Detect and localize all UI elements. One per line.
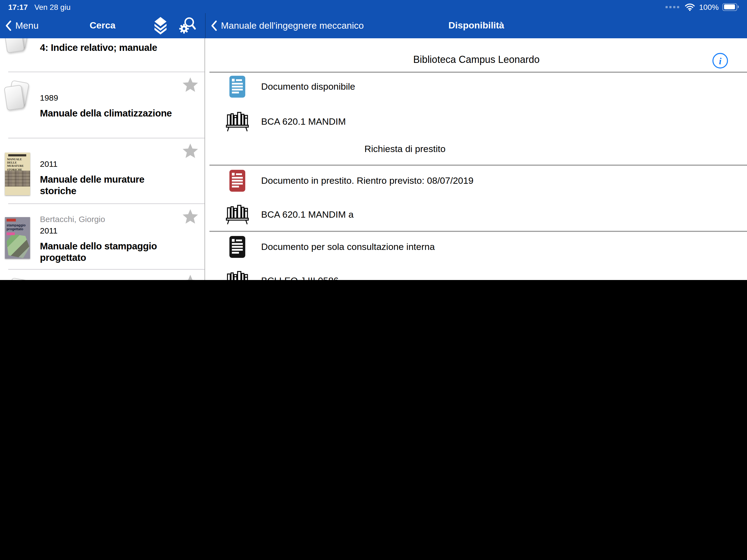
document-available-icon xyxy=(229,75,245,98)
item-year: 2011 xyxy=(40,226,176,235)
library-app-window: 17:17 Ven 28 giu 100% xyxy=(0,0,747,280)
detail-back-label: Manuale dell'ingegnere meccanico xyxy=(221,20,364,31)
status-bar: 17:17 Ven 28 giu 100% xyxy=(0,0,747,14)
shelfmark: BCI LEO J III 0586 xyxy=(261,275,339,280)
item-title: Manuale della climatizzazione xyxy=(40,108,176,119)
availability-status: Documento in prestito. Rientro previsto:… xyxy=(261,175,473,187)
battery-percent: 100% xyxy=(699,2,719,11)
availability-panel: Biblioteca Campus Leonardo i Documento d… xyxy=(206,38,747,280)
document-internal-icon xyxy=(229,236,245,258)
favorite-star-icon[interactable] xyxy=(182,77,199,93)
book-cover-thumbnail xyxy=(5,279,30,280)
book-cover-thumbnail xyxy=(5,38,30,55)
cover-artwork xyxy=(6,234,29,258)
cover-title-text: MANUALE DELLE MURATURE STORICHE xyxy=(5,153,30,171)
availability-status: Documento disponibile xyxy=(261,80,355,94)
shelfmark: BCA 620.1 MANDIM a xyxy=(261,208,354,222)
item-year: 2011 xyxy=(40,159,176,169)
detail-nav: Manuale dell'ingegnere meccanico Disponi… xyxy=(205,13,747,38)
book-list-item[interactable]: stampaggio progettato Bertacchi, Giorgio… xyxy=(0,204,205,270)
bookshelf-icon xyxy=(226,111,249,132)
book-cover-thumbnail: MANUALE DELLE MURATURE STORICHE xyxy=(5,153,30,195)
search-settings-icon[interactable] xyxy=(178,17,196,35)
menu-back-button[interactable]: Menu xyxy=(5,20,38,31)
divider xyxy=(209,231,747,232)
divider xyxy=(209,72,747,73)
divider xyxy=(209,164,747,166)
item-year: 1989 xyxy=(40,93,176,102)
favorite-star-icon[interactable] xyxy=(182,143,199,159)
shelfmark: BCA 620.1 MANDIM xyxy=(261,116,346,128)
loan-request-button[interactable]: Richiesta di prestito xyxy=(206,144,604,155)
book-cover-thumbnail xyxy=(5,81,30,112)
availability-status: Documento per sola consultazione interna xyxy=(261,240,435,254)
master-nav: Menu Cerca xyxy=(0,13,205,38)
battery-icon xyxy=(722,3,739,11)
chevron-left-icon xyxy=(5,20,11,31)
navigation-bar: Menu Cerca xyxy=(0,13,747,38)
item-author: Bertacchi, Giorgio xyxy=(40,214,176,224)
favorite-star-icon[interactable] xyxy=(182,208,199,225)
document-loaned-icon xyxy=(229,170,245,192)
cover-title-text: stampaggio progettato xyxy=(5,217,22,231)
layers-icon[interactable] xyxy=(152,17,170,35)
detail-back-button[interactable]: Manuale dell'ingegnere meccanico xyxy=(210,20,364,31)
menu-back-label: Menu xyxy=(15,20,38,31)
book-list-item[interactable]: Baldeschi, Camillo <1950- > 2004 Il manu… xyxy=(0,270,205,280)
item-title: Manuale dello stampaggio progettato xyxy=(40,240,176,263)
bookshelf-icon xyxy=(226,204,249,225)
chevron-left-icon xyxy=(210,20,217,31)
book-list-item[interactable]: 4: Indice relativo; manuale xyxy=(0,38,205,72)
favorite-star-icon[interactable] xyxy=(182,274,199,280)
header-bar: 17:17 Ven 28 giu 100% xyxy=(0,0,747,38)
book-list-item[interactable]: 1989 Manuale della climatizzazione xyxy=(0,72,205,138)
item-title: Manuale delle murature storiche xyxy=(40,174,176,197)
library-name: Biblioteca Campus Leonardo xyxy=(206,54,747,66)
svg-text:i: i xyxy=(719,56,722,66)
bookshelf-icon xyxy=(226,270,249,280)
wifi-icon xyxy=(685,3,695,11)
status-time: 17:17 xyxy=(8,2,28,11)
book-cover-thumbnail: stampaggio progettato xyxy=(5,217,30,259)
status-date: Ven 28 giu xyxy=(34,2,71,11)
cellular-dots-icon xyxy=(666,6,679,8)
item-title: 4: Indice relativo; manuale xyxy=(40,42,176,54)
book-list-item[interactable]: MANUALE DELLE MURATURE STORICHE 2011 Man… xyxy=(0,138,205,204)
info-icon[interactable]: i xyxy=(712,52,728,69)
search-results-list[interactable]: 4: Indice relativo; manuale 1989 Manuale… xyxy=(0,38,205,280)
cover-artwork xyxy=(5,171,30,186)
